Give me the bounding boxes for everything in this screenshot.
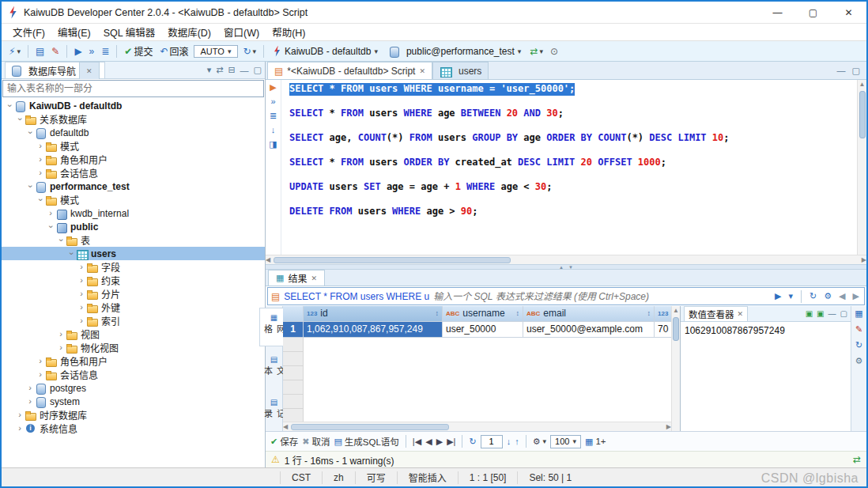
menu-item-sql[interactable]: SQL 编辑器	[97, 23, 162, 41]
sql-line[interactable]	[289, 169, 857, 182]
tree-item-node-14[interactable]: ›分片	[2, 287, 265, 301]
execute-statement-icon[interactable]: ▶	[270, 83, 276, 92]
collapse-arrow-icon[interactable]: ›	[6, 101, 14, 111]
fetch-size-select[interactable]: 100▾	[550, 435, 581, 448]
sort-icon[interactable]: ↕	[647, 306, 651, 321]
menu-item-w[interactable]: 窗口(W)	[217, 23, 266, 41]
tree-item-kaiwudb-defaultdb[interactable]: ›KaiwuDB - defaultdb	[2, 99, 265, 112]
row-number-cell[interactable]: 1	[283, 322, 304, 338]
tab-value-viewer[interactable]: 数值查看器 ✕	[684, 306, 748, 321]
panel-grid-icon[interactable]: ▦	[855, 308, 862, 319]
tree-item-node-23[interactable]: ›时序数据库	[2, 408, 265, 422]
minimize-editor-icon[interactable]: —	[837, 66, 846, 75]
editor-horizontal-scrollbar[interactable]: ◀ ▶	[266, 255, 866, 264]
new-sql-editor-button[interactable]: ▤	[33, 45, 47, 58]
connection-selector-button[interactable]: ⚡▾	[6, 45, 23, 58]
expand-arrow-icon[interactable]: ›	[36, 370, 45, 379]
link-with-editor-icon[interactable]: ⇄	[216, 65, 223, 75]
generate-sql-button[interactable]: ▤生成SQL语句	[334, 435, 398, 448]
filter-menu-icon[interactable]: ▾	[787, 291, 794, 301]
sql-line[interactable]: SELECT * FROM users WHERE age BETWEEN 20…	[289, 108, 857, 120]
filter-settings-icon[interactable]: ⚙	[822, 291, 833, 301]
expand-arrow-icon[interactable]: ›	[56, 343, 66, 352]
next-row-button[interactable]: ▶	[436, 437, 443, 447]
expand-arrow-icon[interactable]: ›	[77, 276, 86, 285]
close-value-viewer-icon[interactable]: ✕	[738, 310, 744, 318]
column-header-id[interactable]: 123id↕	[304, 306, 443, 322]
scroll-up-icon[interactable]: ▲	[673, 306, 679, 316]
panel-settings-icon[interactable]: ⚙	[855, 356, 863, 366]
tree-item-node-15[interactable]: ›外键	[2, 301, 265, 314]
sql-line[interactable]	[289, 145, 857, 157]
scroll-left-icon[interactable]: ◀	[266, 255, 270, 265]
expand-arrow-icon[interactable]: ›	[36, 155, 45, 164]
tree-item-performance-test[interactable]: ›performance_test	[2, 180, 265, 193]
rollback-button[interactable]: ↶回滚	[157, 43, 191, 59]
export-data-icon[interactable]: ↓	[271, 126, 276, 134]
fetch-all-button[interactable]: ↑	[515, 437, 519, 446]
expand-arrow-icon[interactable]: ›	[77, 289, 86, 298]
execute-script-icon[interactable]: »	[270, 97, 275, 106]
cancel-data-button[interactable]: ✖取消	[302, 435, 330, 448]
active-schema-select[interactable]: public@performance_test ▾	[384, 44, 525, 59]
editor-vertical-scrollbar[interactable]: ▲	[857, 80, 866, 255]
expand-arrow-icon[interactable]: ›	[77, 316, 86, 325]
sql-line[interactable]	[289, 120, 857, 133]
history-back-icon[interactable]: ◀	[837, 291, 847, 301]
scrollbar-thumb[interactable]	[859, 91, 866, 138]
scrollbar-thumb[interactable]	[274, 257, 511, 263]
grid-cell-username[interactable]: user_50000	[443, 322, 523, 338]
scrollbar-thumb[interactable]	[291, 424, 449, 430]
tab-users-table[interactable]: users	[432, 62, 489, 79]
collapse-arrow-icon[interactable]: ›	[47, 222, 55, 232]
last-row-button[interactable]: ▶|	[447, 437, 455, 447]
sql-line[interactable]	[289, 194, 857, 206]
tree-item-node-4[interactable]: ›角色和用户	[2, 153, 265, 166]
apply-filter-icon[interactable]: ▶	[773, 291, 783, 301]
tree-item-system[interactable]: ›system	[2, 395, 265, 408]
save-value-icon[interactable]: ▣	[806, 309, 813, 318]
load-value-icon[interactable]: ▣	[817, 309, 824, 318]
table-filter-input[interactable]	[3, 81, 263, 96]
explain-plan-button[interactable]: ≣	[99, 45, 111, 58]
switch-presentation-button[interactable]: ⇄▾	[527, 45, 545, 58]
sql-code-area[interactable]: SELECT * FROM users WHERE username = 'us…	[281, 80, 857, 255]
panel-edit-icon[interactable]: ✎	[855, 324, 862, 335]
close-tab-icon[interactable]: ✕	[419, 67, 425, 75]
grid-cell-email[interactable]: user_50000@example.com	[523, 322, 655, 338]
expand-arrow-icon[interactable]: ›	[46, 209, 55, 218]
minimize-button[interactable]: —	[760, 2, 795, 23]
sql-line[interactable]	[289, 96, 857, 108]
tree-item-defaultdb[interactable]: ›defaultdb	[2, 126, 265, 139]
tx-mode-select[interactable]: AUTO▾	[194, 45, 239, 58]
expand-arrow-icon[interactable]: ›	[15, 424, 25, 433]
grid-vertical-scrollbar[interactable]: ▲	[671, 306, 680, 431]
tree-item-node-10[interactable]: ›表	[2, 233, 265, 247]
refresh-results-icon[interactable]: ↻	[808, 291, 818, 301]
grid-corner-cell[interactable]	[283, 306, 304, 322]
sql-line[interactable]: SELECT age, COUNT(*) FROM users GROUP BY…	[289, 132, 857, 145]
tree-item-node-19[interactable]: ›角色和用户	[2, 354, 265, 368]
sql-line[interactable]: UPDATE users SET age = age + 1 WHERE age…	[289, 181, 857, 194]
tree-item-node-13[interactable]: ›约束	[2, 274, 265, 287]
collapse-arrow-icon[interactable]: ›	[36, 195, 45, 205]
sort-icon[interactable]: ↕	[516, 306, 520, 321]
fetch-next-page-button[interactable]: ↓	[507, 437, 511, 446]
close-results-icon[interactable]: ✕	[311, 274, 317, 282]
commit-button[interactable]: ✔提交	[122, 43, 155, 59]
expand-arrow-icon[interactable]: ›	[36, 168, 45, 177]
refresh-button[interactable]: ↻▾	[240, 45, 259, 58]
tree-item-kwdb-internal[interactable]: ›kwdb_internal	[2, 206, 265, 220]
pin-button[interactable]: ⊙	[548, 45, 560, 58]
grid-cell-id[interactable]: 1,062,910,087,867,957,249	[304, 322, 443, 338]
collapse-arrow-icon[interactable]: ›	[16, 115, 25, 124]
grid-cell-age[interactable]: 70	[655, 322, 671, 338]
table-row[interactable]: 11,062,910,087,867,957,249user_50000user…	[283, 322, 671, 338]
open-sql-script-button[interactable]: ✎	[49, 45, 62, 58]
view-menu-icon[interactable]: ▾	[207, 65, 212, 75]
previous-row-button[interactable]: ◀	[425, 437, 432, 447]
sql-line[interactable]: SELECT * FROM users WHERE username = 'us…	[289, 83, 857, 96]
maximize-value-panel-icon[interactable]: ▢	[840, 309, 847, 318]
sql-line[interactable]: DELETE FROM users WHERE age > 90;	[289, 206, 857, 218]
tree-item-users[interactable]: ›users	[2, 247, 265, 260]
